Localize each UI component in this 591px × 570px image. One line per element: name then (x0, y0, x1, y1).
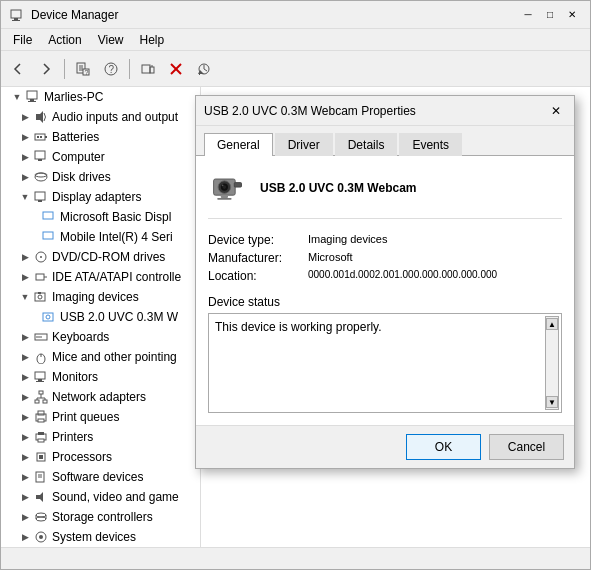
dvd-icon (33, 249, 49, 265)
title-bar: Device Manager ─ □ ✕ (1, 1, 590, 29)
svg-rect-64 (38, 439, 44, 442)
computer-icon2 (33, 149, 49, 165)
tree-batteries[interactable]: ▶ Batteries (1, 127, 200, 147)
forward-button[interactable] (33, 56, 59, 82)
device-type-label: Device type: (208, 233, 308, 247)
tree-display[interactable]: ▼ Display adapters (1, 187, 200, 207)
minimize-button[interactable]: ─ (518, 5, 538, 25)
menu-action[interactable]: Action (40, 31, 89, 49)
software-label: Software devices (52, 470, 143, 484)
monitors-icon (33, 369, 49, 385)
property-grid: Device type: Imaging devices Manufacture… (208, 233, 562, 283)
svg-rect-12 (150, 67, 154, 73)
tree-ms-basic[interactable]: Microsoft Basic Displ (1, 207, 200, 227)
svg-rect-66 (39, 455, 43, 459)
manufacturer-value: Microsoft (308, 251, 562, 265)
tree-keyboards[interactable]: ▶ Keyboards (1, 327, 200, 347)
imaging-icon (33, 289, 49, 305)
svg-rect-1 (14, 18, 18, 20)
status-scrollbar[interactable]: ▲ ▼ (545, 316, 559, 410)
ms-basic-icon (41, 209, 57, 225)
svg-point-39 (38, 295, 42, 299)
scroll-up-btn[interactable]: ▲ (546, 318, 558, 330)
menu-view[interactable]: View (90, 31, 132, 49)
printers-expand-icon: ▶ (17, 429, 33, 445)
tab-general[interactable]: General (204, 133, 273, 156)
batteries-expand-icon: ▶ (17, 129, 33, 145)
uninstall-button[interactable] (163, 56, 189, 82)
print-queues-label: Print queues (52, 410, 119, 424)
tree-print-queues[interactable]: ▶ Print queues (1, 407, 200, 427)
manufacturer-label: Manufacturer: (208, 251, 308, 265)
device-header: USB 2.0 UVC 0.3M Webcam (208, 168, 562, 219)
tree-system[interactable]: ▶ System devices (1, 527, 200, 547)
tree-webcam[interactable]: USB 2.0 UVC 0.3M W (1, 307, 200, 327)
svg-rect-11 (142, 65, 150, 73)
svg-rect-51 (36, 381, 44, 382)
back-button[interactable] (5, 56, 31, 82)
display-icon (33, 189, 49, 205)
svg-rect-38 (35, 293, 45, 301)
tab-details[interactable]: Details (335, 133, 398, 156)
sound-expand-icon: ▶ (17, 489, 33, 505)
svg-rect-33 (43, 232, 53, 239)
location-value: 0000.001d.0002.001.000.000.000.000.000 (308, 269, 562, 283)
tree-sound[interactable]: ▶ Sound, video and game (1, 487, 200, 507)
dialog-close-button[interactable]: ✕ (546, 101, 566, 121)
svg-rect-2 (12, 20, 20, 21)
tree-mice[interactable]: ▶ Mice and other pointing (1, 347, 200, 367)
update-button[interactable] (191, 56, 217, 82)
svg-rect-40 (38, 292, 41, 294)
software-expand-icon: ▶ (17, 469, 33, 485)
help-button[interactable]: ? (98, 56, 124, 82)
menu-file[interactable]: File (5, 31, 40, 49)
close-button[interactable]: ✕ (562, 5, 582, 25)
properties-button[interactable]: ? (70, 56, 96, 82)
tree-monitors[interactable]: ▶ Monitors (1, 367, 200, 387)
tree-processors[interactable]: ▶ Processors (1, 447, 200, 467)
disk-expand-icon: ▶ (17, 169, 33, 185)
svg-rect-88 (234, 183, 241, 188)
manufacturer-row: Manufacturer: Microsoft (208, 251, 562, 265)
computer-icon (25, 89, 41, 105)
location-row: Location: 0000.001d.0002.001.000.000.000… (208, 269, 562, 283)
device-status-box[interactable]: This device is working properly. ▲ ▼ (208, 313, 562, 413)
svg-rect-18 (27, 91, 37, 99)
storage-icon (33, 509, 49, 525)
tree-imaging[interactable]: ▼ Imaging devices (1, 287, 200, 307)
tree-root[interactable]: ▼ Marlies-PC (1, 87, 200, 107)
tree-intel[interactable]: Mobile Intel(R) 4 Seri (1, 227, 200, 247)
tree-dvd[interactable]: ▶ DVD/CD-ROM drives (1, 247, 200, 267)
print-queues-icon (33, 409, 49, 425)
tree-network[interactable]: ▶ Network adapters (1, 387, 200, 407)
storage-label: Storage controllers (52, 510, 153, 524)
tree-printers[interactable]: ▶ Printers (1, 427, 200, 447)
tree-ide[interactable]: ▶ IDE ATA/ATAPI controlle (1, 267, 200, 287)
ok-button[interactable]: OK (406, 434, 481, 460)
tree-storage[interactable]: ▶ Storage controllers (1, 507, 200, 527)
batteries-icon (33, 129, 49, 145)
scan-button[interactable] (135, 56, 161, 82)
svg-rect-32 (43, 212, 53, 219)
tree-software[interactable]: ▶ Software devices (1, 467, 200, 487)
device-tree[interactable]: ▼ Marlies-PC ▶ (1, 87, 201, 547)
display-expand-icon: ▼ (17, 189, 33, 205)
status-bar (1, 547, 590, 569)
tree-audio[interactable]: ▶ Audio inputs and output (1, 107, 200, 127)
cancel-button[interactable]: Cancel (489, 434, 564, 460)
audio-icon (33, 109, 49, 125)
svg-point-71 (36, 513, 46, 517)
maximize-button[interactable]: □ (540, 5, 560, 25)
ide-expand-icon: ▶ (17, 269, 33, 285)
root-expand-icon: ▼ (9, 89, 25, 105)
svg-rect-31 (38, 200, 42, 202)
tree-computer[interactable]: ▶ Computer (1, 147, 200, 167)
tab-events[interactable]: Events (399, 133, 462, 156)
menu-help[interactable]: Help (132, 31, 173, 49)
scroll-down-btn[interactable]: ▼ (546, 396, 558, 408)
device-status-text: This device is working properly. (215, 320, 382, 334)
window-title: Device Manager (31, 8, 518, 22)
tree-disk[interactable]: ▶ Disk drives (1, 167, 200, 187)
tab-driver[interactable]: Driver (275, 133, 333, 156)
monitors-expand-icon: ▶ (17, 369, 33, 385)
